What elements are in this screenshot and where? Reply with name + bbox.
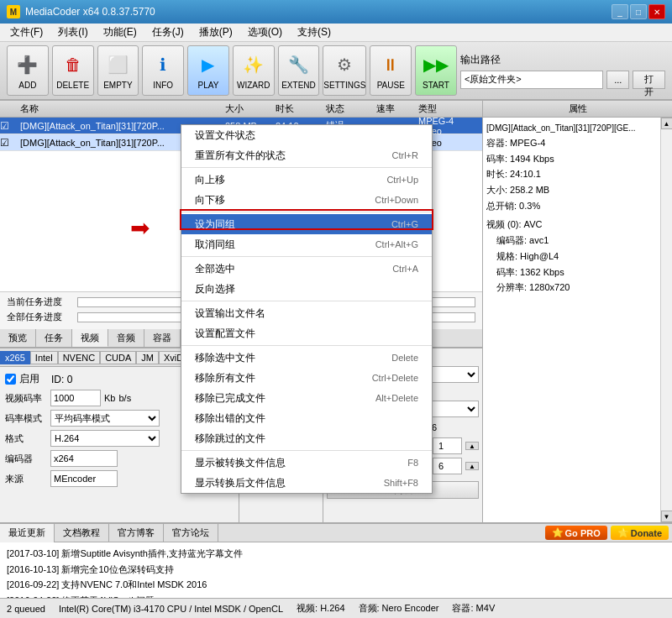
ctx-set-status[interactable]: 设置文件状态 xyxy=(181,125,432,145)
source-input[interactable] xyxy=(50,470,118,487)
ctx-remove-done[interactable]: 移除已完成文件 Alt+Delete xyxy=(181,388,432,408)
output-path-label: 输出路径 xyxy=(460,53,501,67)
close-button[interactable]: ✕ xyxy=(648,4,665,19)
col-status-header: 状态 xyxy=(323,102,373,115)
wizard-label: WIZARD xyxy=(237,81,270,90)
menu-play[interactable]: 播放(P) xyxy=(192,24,239,41)
news-tab-docs[interactable]: 文档教程 xyxy=(55,524,109,542)
encoder-input[interactable] xyxy=(50,450,118,467)
ctx-set-group[interactable]: 设为同组 Ctrl+G xyxy=(181,214,432,234)
codec-tab-jm[interactable]: JM xyxy=(136,351,159,364)
prop-size: 大小: 258.2 MB xyxy=(486,182,657,198)
container-status: 容器: M4V xyxy=(452,602,495,615)
prop-scrollbar[interactable]: ▲ ▼ xyxy=(660,118,672,522)
ctx-ungroup[interactable]: 取消同组 Ctrl+Alt+G xyxy=(181,234,432,254)
play-label: PLAY xyxy=(198,81,219,90)
bitrate-mode-label: 码率模式 xyxy=(5,412,47,425)
subpix-up[interactable]: ▲ xyxy=(465,462,479,470)
menu-func[interactable]: 功能(E) xyxy=(97,24,144,41)
ctx-remove-skipped[interactable]: 移除跳过的文件 xyxy=(181,428,432,448)
file-check-2[interactable]: ☑ xyxy=(0,137,17,149)
news-item-3: [2016-09-22] 支持NVENC 7.0和Intel MSDK 2016 xyxy=(7,577,665,593)
ctx-show-src-info[interactable]: 显示被转换文件信息 F8 xyxy=(181,453,432,473)
wizard-button[interactable]: ✨ WIZARD xyxy=(233,45,275,96)
output-path-input[interactable] xyxy=(460,71,603,89)
promo-buttons: ⭐ Go PRO ⭐ Donate xyxy=(545,526,672,540)
source-label: 来源 xyxy=(5,473,47,485)
tab-audio[interactable]: 音频 xyxy=(108,329,144,347)
queue-status: 2 queued xyxy=(7,604,45,614)
enable-checkbox[interactable] xyxy=(5,374,16,385)
codec-tab-cuda[interactable]: CUDA xyxy=(100,351,136,364)
prop-video-codec: 编码器: avc1 xyxy=(496,233,657,249)
menu-options[interactable]: 选项(O) xyxy=(241,24,289,41)
minimize-button[interactable]: _ xyxy=(612,4,628,19)
open-button[interactable]: 打开 xyxy=(633,71,665,89)
gopro-label: Go PRO xyxy=(565,528,601,538)
subpix-input[interactable] xyxy=(433,458,462,474)
codec-tab-nvenc[interactable]: NVENC xyxy=(58,351,101,364)
ctx-select-all[interactable]: 全部选中 Ctrl+A xyxy=(181,259,432,279)
extend-icon: 🔧 xyxy=(285,51,312,78)
ctx-set-output[interactable]: 设置输出文件名 xyxy=(181,303,432,323)
col-name-header: 名称 xyxy=(17,102,222,115)
ctx-show-dst-info[interactable]: 显示转换后文件信息 Shift+F8 xyxy=(181,473,432,493)
id-label: ID: 0 xyxy=(51,374,72,385)
bitrate-input[interactable] xyxy=(50,390,101,406)
settings-icon: ⚙ xyxy=(331,51,358,78)
codec-tab-x265[interactable]: x265 xyxy=(0,351,30,364)
ctx-remove-all[interactable]: 移除所有文件 Ctrl+Delete xyxy=(181,368,432,388)
menu-support[interactable]: 支持(S) xyxy=(291,24,338,41)
tab-video[interactable]: 视频 xyxy=(72,329,108,347)
format-select[interactable]: H.264 xyxy=(50,430,160,447)
tab-preview[interactable]: 预览 xyxy=(0,329,36,347)
ctx-remove-selected[interactable]: 移除选中文件 Delete xyxy=(181,348,432,368)
news-content: [2017-03-10] 新增Suptitle Avisynth插件,支持蓝光字… xyxy=(0,542,672,598)
ctx-move-down[interactable]: 向下移 Ctrl+Down xyxy=(181,190,432,210)
ref-frames-up[interactable]: ▲ xyxy=(465,442,479,450)
news-tab-updates[interactable]: 最近更新 xyxy=(0,524,55,542)
news-tab-forum[interactable]: 官方论坛 xyxy=(164,524,218,542)
extend-button[interactable]: 🔧 EXTEND xyxy=(278,45,320,96)
wizard-icon: ✨ xyxy=(240,51,267,78)
settings-label: SETTINGS xyxy=(323,81,365,90)
add-button[interactable]: ➕ ADD xyxy=(7,45,49,96)
ref-frames-input[interactable] xyxy=(433,437,462,454)
window-title: MediaCoder x64 0.8.37.5770 xyxy=(25,6,612,18)
tab-container[interactable]: 容器 xyxy=(144,329,181,347)
settings-button[interactable]: ⚙ SETTINGS xyxy=(323,45,366,96)
scroll-down[interactable]: ▼ xyxy=(661,511,673,522)
ctx-set-config[interactable]: 设置配置文件 xyxy=(181,323,432,343)
news-tab-blog[interactable]: 官方博客 xyxy=(109,524,164,542)
maximize-button[interactable]: □ xyxy=(630,4,647,19)
info-button[interactable]: ℹ INFO xyxy=(142,45,184,96)
menu-list[interactable]: 列表(I) xyxy=(51,24,94,41)
browse-button[interactable]: ... xyxy=(606,71,629,89)
cpu-status: Intel(R) Core(TM) i3-4170 CPU / Intel MS… xyxy=(59,604,283,614)
delete-button[interactable]: 🗑 DELETE xyxy=(52,45,94,96)
menu-task[interactable]: 任务(J) xyxy=(145,24,191,41)
total-progress-label: 全部任务进度 xyxy=(7,311,74,323)
gopro-button[interactable]: ⭐ Go PRO xyxy=(545,526,607,540)
prop-video-section: 视频 (0): AVC xyxy=(486,217,657,233)
empty-label: EMPTY xyxy=(103,81,132,90)
pause-button[interactable]: ⏸ PAUSE xyxy=(370,45,412,96)
file-check-1[interactable]: ☑ xyxy=(0,120,17,132)
menu-file[interactable]: 文件(F) xyxy=(3,24,50,41)
scroll-up[interactable]: ▲ xyxy=(661,118,673,129)
play-button[interactable]: ▶ PLAY xyxy=(187,45,229,96)
bitrate-mode-select[interactable]: 平均码率模式 xyxy=(50,410,160,427)
tab-task[interactable]: 任务 xyxy=(36,329,72,347)
ctx-remove-error[interactable]: 移除出错的文件 xyxy=(181,408,432,428)
ctx-move-up[interactable]: 向上移 Ctrl+Up xyxy=(181,170,432,190)
add-icon: ➕ xyxy=(14,51,41,78)
info-icon: ℹ xyxy=(150,51,176,78)
empty-button[interactable]: ⬜ EMPTY xyxy=(97,45,139,96)
ctx-reset-status[interactable]: 重置所有文件的状态 Ctrl+R xyxy=(181,145,432,165)
bitrate-label: 视频码率 xyxy=(5,392,47,405)
donate-button[interactable]: ⭐ Donate xyxy=(611,526,669,540)
ctx-invert-select[interactable]: 反向选择 xyxy=(181,279,432,299)
start-button[interactable]: ▶▶ START xyxy=(415,45,457,96)
codec-tab-intel[interactable]: Intel xyxy=(30,351,58,364)
kb-label: Kb xyxy=(104,393,115,403)
